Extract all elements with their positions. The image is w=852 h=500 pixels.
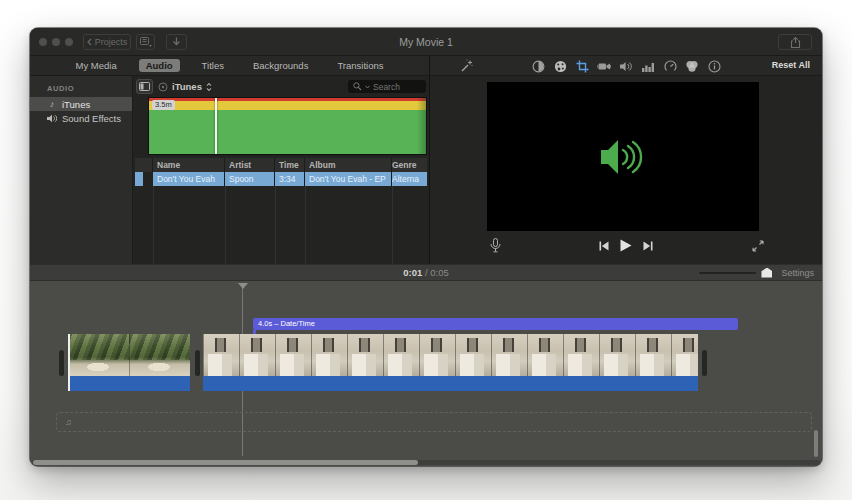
color-correction-icon <box>554 60 567 73</box>
speedometer-icon <box>664 60 677 73</box>
timeline-horizontal-scrollbar-thumb[interactable] <box>33 460 418 465</box>
video-camera-icon <box>597 61 611 72</box>
playhead-handle[interactable] <box>238 283 248 289</box>
timeline-settings-button[interactable]: Settings <box>781 268 814 278</box>
transport-controls <box>430 231 822 260</box>
volume-button[interactable] <box>619 59 633 73</box>
column-header-name[interactable]: Name <box>153 158 225 172</box>
clip-thumbnails <box>68 334 190 376</box>
tab-backgrounds[interactable]: Backgrounds <box>246 59 315 72</box>
window-title: My Movie 1 <box>30 28 822 56</box>
song-table: Name Artist Time Album Genre Don't You E… <box>135 158 427 186</box>
crop-icon <box>576 60 589 73</box>
audio-waveform-preview[interactable]: 3.5m <box>148 97 427 155</box>
play-icon <box>620 239 632 252</box>
title-clip[interactable]: 4.0s – Date/Time <box>253 318 738 330</box>
sidebar-item-itunes[interactable]: ♪ iTunes <box>30 97 132 111</box>
cell-time: 3:34 <box>275 172 305 186</box>
column-header-time[interactable]: Time <box>275 158 305 172</box>
info-icon <box>708 60 721 73</box>
color-balance-icon <box>532 60 545 73</box>
clip-audio-strip <box>203 376 698 391</box>
reset-all-button[interactable]: Reset All <box>772 60 810 70</box>
zoom-slider-thumb[interactable] <box>761 268 772 278</box>
media-browser-pane: My Media Audio Titles Backgrounds Transi… <box>30 56 430 264</box>
clip-trim-handle[interactable] <box>59 350 64 376</box>
clip-trim-handle[interactable] <box>702 350 707 376</box>
media-tabbar: My Media Audio Titles Backgrounds Transi… <box>30 56 429 76</box>
clip-audio-strip <box>68 376 190 391</box>
skip-back-icon <box>599 241 609 251</box>
column-header-artist[interactable]: Artist <box>225 158 275 172</box>
clip-thumbnails <box>203 334 698 376</box>
audio-sidebar: AUDIO ♪ iTunes Sound Effects <box>30 76 133 264</box>
overlapping-circles-icon <box>685 60 699 73</box>
skip-to-end-button[interactable] <box>643 241 653 251</box>
waveform-warning-band <box>149 101 426 110</box>
window-titlebar: Projects My Movie 1 <box>30 28 822 56</box>
time-separator: / <box>425 267 428 278</box>
timeline-header: 0:01 / 0:05 Settings <box>30 264 822 281</box>
chevron-down-icon <box>365 85 370 89</box>
tab-transitions[interactable]: Transitions <box>330 59 390 72</box>
fullscreen-button[interactable] <box>752 240 764 252</box>
source-dropdown[interactable]: iTunes <box>158 79 212 94</box>
column-header-album[interactable]: Album <box>305 158 392 172</box>
updown-chevrons-icon <box>206 82 212 92</box>
column-header-genre[interactable]: Genre <box>392 158 427 172</box>
tab-my-media[interactable]: My Media <box>68 59 123 72</box>
viewer-pane: Reset All <box>430 56 822 264</box>
video-clip-garden[interactable] <box>68 334 190 391</box>
clip-trim-handle[interactable] <box>195 350 200 376</box>
info-button[interactable] <box>707 59 721 73</box>
imovie-window: Projects My Movie 1 My Media Audio Title… <box>30 28 822 466</box>
tab-titles[interactable]: Titles <box>195 59 231 72</box>
timeline-vertical-scrollbar[interactable] <box>814 430 818 457</box>
cell-name: Don't You Evah <box>153 172 225 186</box>
noise-reduction-button[interactable] <box>641 59 655 73</box>
color-balance-button[interactable] <box>531 59 545 73</box>
color-correction-button[interactable] <box>553 59 567 73</box>
source-dropdown-label: iTunes <box>172 81 202 92</box>
magic-wand-icon <box>460 59 474 73</box>
crop-button[interactable] <box>575 59 589 73</box>
timeline-area[interactable]: 4.0s – Date/Time ♫ <box>30 281 822 466</box>
stabilization-button[interactable] <box>597 59 611 73</box>
timeline-horizontal-scrollbar-track[interactable] <box>32 460 820 465</box>
skip-forward-icon <box>643 241 653 251</box>
search-input[interactable]: Search <box>348 80 426 93</box>
adjustments-toolbar: Reset All <box>430 56 822 76</box>
tab-audio[interactable]: Audio <box>139 59 180 72</box>
effects-button[interactable] <box>685 59 699 73</box>
volume-icon <box>620 61 633 72</box>
sidebar-toggle-icon <box>139 82 150 91</box>
table-row[interactable]: Don't You Evah Spoon 3:34 Don't You Evah… <box>135 172 427 186</box>
waveform-playhead[interactable] <box>215 98 217 154</box>
speed-button[interactable] <box>663 59 677 73</box>
library-circle-icon <box>158 82 168 92</box>
viewer-canvas[interactable] <box>487 82 759 231</box>
sidebar-item-label: Sound Effects <box>62 113 121 124</box>
auto-enhance-button[interactable] <box>460 59 474 73</box>
share-button[interactable] <box>778 34 812 50</box>
search-icon <box>353 82 362 91</box>
total-duration: 0:05 <box>430 267 449 278</box>
waveform-end-fade <box>417 98 426 154</box>
main-content: My Media Audio Titles Backgrounds Transi… <box>30 56 822 264</box>
timeline-zoom-slider[interactable] <box>699 272 756 274</box>
skip-to-start-button[interactable] <box>599 241 609 251</box>
play-button[interactable] <box>620 239 632 252</box>
current-time: 0:01 <box>403 267 422 278</box>
sidebar-item-sound-effects[interactable]: Sound Effects <box>30 111 132 125</box>
expand-arrows-icon <box>752 240 764 252</box>
video-clip-bathroom[interactable] <box>203 334 698 391</box>
music-note-icon: ♫ <box>65 418 72 427</box>
share-icon <box>790 37 801 48</box>
music-note-icon: ♪ <box>47 99 57 109</box>
cell-artist: Spoon <box>225 172 275 186</box>
sidebar-toggle-button[interactable] <box>136 79 153 94</box>
microphone-icon <box>490 238 501 253</box>
song-list-empty-area <box>135 186 427 270</box>
background-music-well[interactable]: ♫ <box>56 412 812 432</box>
voiceover-record-button[interactable] <box>490 238 501 253</box>
